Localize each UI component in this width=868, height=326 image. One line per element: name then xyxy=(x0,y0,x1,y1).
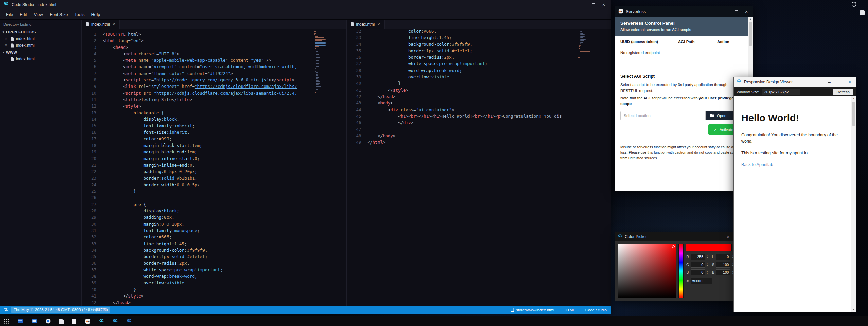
chevron-down-icon: ▾ xyxy=(3,51,4,54)
editor-pane-left: index.html × 123456789101112131415161718… xyxy=(82,20,346,306)
loading-spinner-icon[interactable] xyxy=(851,2,856,7)
tab-index-html[interactable]: index.html × xyxy=(347,20,385,29)
minimap[interactable] xyxy=(314,31,327,95)
code-studio-title-bar[interactable]: Code Studio - index.html – × xyxy=(0,0,611,9)
refresh-button[interactable]: Refresh xyxy=(833,89,853,95)
color-field-b[interactable]: B100▲▼ xyxy=(711,269,733,275)
menu-help[interactable]: Help xyxy=(88,11,104,19)
rdv-title-bar[interactable]: Responsive Design Viewer – × xyxy=(734,77,856,87)
scroll-down-icon[interactable]: ▼ xyxy=(851,307,856,312)
menu-view[interactable]: View xyxy=(31,11,47,19)
files-app-icon[interactable] xyxy=(59,319,64,324)
file-manager-app-icon[interactable] xyxy=(31,318,37,324)
menu-font-size[interactable]: Font Size xyxy=(47,11,71,19)
table-empty-row: No registered endpoint xyxy=(620,47,742,58)
color-picker-title-bar[interactable]: Color Picker – × xyxy=(615,232,734,241)
maximize-button[interactable] xyxy=(834,78,845,86)
status-app-name[interactable]: Code Studio xyxy=(585,308,607,312)
menu-bar: FileEditViewFont SizeToolsHelp xyxy=(0,9,611,20)
scroll-up-icon[interactable]: ▲ xyxy=(748,17,753,21)
column-agi-path: AGI Path xyxy=(678,40,717,44)
scrollbar[interactable]: ▲ ▼ xyxy=(851,96,856,312)
close-icon[interactable]: × xyxy=(4,37,8,41)
close-button[interactable]: × xyxy=(741,7,751,16)
color-picker-window: Color Picker – × R255▲▼H0▲▼G0▲▼S100▲▼B0▲… xyxy=(615,232,735,301)
close-button[interactable]: × xyxy=(845,78,855,86)
color-cursor-icon[interactable] xyxy=(672,245,675,248)
color-field-g[interactable]: G0▲▼ xyxy=(686,262,708,268)
minimize-button[interactable]: – xyxy=(824,78,834,86)
color-field-r[interactable]: R255▲▼ xyxy=(686,254,708,260)
sidebar-item-index.html[interactable]: ×index.html xyxy=(0,42,81,49)
table-header-row: UUID (access token) AGI Path Action xyxy=(620,36,742,47)
status-language[interactable]: HTML xyxy=(564,308,575,312)
minimap[interactable] xyxy=(578,31,592,59)
text-editor-app-icon[interactable] xyxy=(72,319,77,324)
close-button[interactable]: × xyxy=(599,1,609,9)
tab-index-html[interactable]: index.html × xyxy=(82,20,120,29)
field-value[interactable]: 0 xyxy=(691,262,705,268)
sidebar-item-index.html[interactable]: index.html xyxy=(0,56,81,62)
window-size-input[interactable] xyxy=(762,89,800,95)
field-value[interactable]: 100 xyxy=(716,269,730,275)
code-editor[interactable]: 323334353637383940414243444546474849 col… xyxy=(347,29,611,306)
close-button[interactable]: × xyxy=(723,233,733,241)
serverless-title-bar[interactable]: Serverless – × xyxy=(615,6,753,17)
status-datetime[interactable]: Thu May 11 2023 21:54:48 GMT+0800 (台北標準時… xyxy=(11,307,110,313)
column-action: Action xyxy=(717,40,742,44)
scrollbar-thumb[interactable] xyxy=(749,22,752,46)
field-value[interactable]: 0 xyxy=(716,254,730,260)
code-studio-app-icon-3[interactable] xyxy=(126,318,132,324)
terminal-app-icon[interactable] xyxy=(17,318,23,324)
sidebar-item-index.html[interactable]: ×index.html xyxy=(0,35,81,42)
serverless-app-icon[interactable] xyxy=(85,319,90,324)
script-location-input[interactable] xyxy=(620,111,706,120)
back-to-aprintlab-link[interactable]: Back to Aprintlab xyxy=(741,162,773,167)
serverless-icon xyxy=(618,9,623,15)
scroll-up-icon[interactable]: ▲ xyxy=(851,96,856,101)
minimize-button[interactable]: – xyxy=(578,1,588,9)
status-file[interactable]: store:/www/index.html xyxy=(511,308,554,312)
app-launcher-icon[interactable] xyxy=(4,319,9,324)
scrollbar-thumb[interactable] xyxy=(852,102,855,126)
window-title: Responsive Design Viewer xyxy=(744,80,793,84)
field-value[interactable]: 0 xyxy=(691,269,705,275)
rdv-toolbar: Window Size: Refresh xyxy=(734,87,856,96)
code-content[interactable]: <!DOCTYPE html><html lang="en"> <head> <… xyxy=(102,31,346,306)
tab-close-icon[interactable]: × xyxy=(113,22,116,27)
restore-button[interactable] xyxy=(588,1,599,9)
field-value[interactable]: 100 xyxy=(716,262,730,268)
minimize-button[interactable]: – xyxy=(721,7,731,16)
stepper-icon[interactable]: ▲▼ xyxy=(706,255,708,259)
maximize-button[interactable] xyxy=(731,7,741,16)
minimize-button[interactable]: – xyxy=(713,233,723,241)
hue-slider[interactable] xyxy=(678,244,684,298)
hex-field[interactable]: # ff0000 xyxy=(686,278,732,284)
code-content[interactable]: color:#666; line-height:1.45; background… xyxy=(367,29,611,306)
page-paragraph: This is a testing site for my.aprint.io xyxy=(741,150,845,156)
tray-widget-icon[interactable] xyxy=(860,10,865,15)
stepper-icon[interactable]: ▲▼ xyxy=(706,263,708,267)
stepper-icon[interactable]: ▲▼ xyxy=(706,271,708,274)
sidebar-item-label: index.html xyxy=(16,36,35,41)
menu-file[interactable]: File xyxy=(3,11,16,19)
field-label: B xyxy=(686,270,689,274)
color-field-s[interactable]: S100▲▼ xyxy=(711,262,733,268)
field-label: H xyxy=(711,255,715,259)
browser-app-icon[interactable] xyxy=(45,318,51,324)
menu-edit[interactable]: Edit xyxy=(16,11,31,19)
tab-close-icon[interactable]: × xyxy=(377,22,380,27)
sync-icon[interactable] xyxy=(4,307,8,312)
close-icon[interactable]: × xyxy=(4,43,8,47)
saturation-value-area[interactable] xyxy=(618,244,676,298)
sidebar-section-www[interactable]: ▾WWW xyxy=(0,49,81,56)
code-editor[interactable]: 1234567891011121314151617181920212223242… xyxy=(82,29,346,306)
code-studio-app-icon[interactable] xyxy=(99,318,104,324)
field-value[interactable]: 255 xyxy=(691,254,705,260)
menu-tools[interactable]: Tools xyxy=(71,11,88,19)
color-field-h[interactable]: H0▲▼ xyxy=(711,254,733,260)
color-field-b[interactable]: B0▲▼ xyxy=(686,269,708,275)
code-studio-app-icon-2[interactable] xyxy=(112,318,118,324)
sidebar-section-open-editors[interactable]: ▾OPEN EDITORS xyxy=(0,28,81,35)
hex-input[interactable]: ff0000 xyxy=(691,278,712,284)
